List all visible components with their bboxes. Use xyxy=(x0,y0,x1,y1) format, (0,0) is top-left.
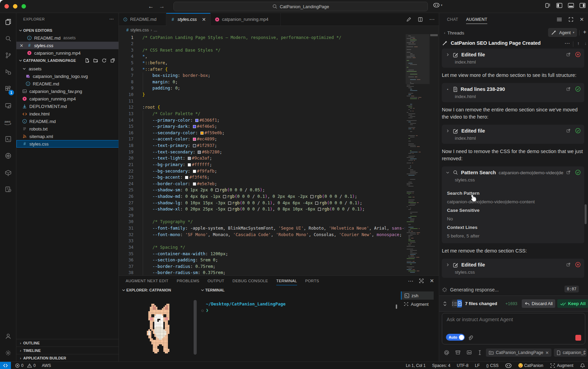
chat-scroll-area[interactable]: Edited fileindex.htmlLet me view more of… xyxy=(439,48,588,296)
activity-bar-accounts[interactable] xyxy=(0,328,16,344)
back-arrow-icon[interactable]: ← xyxy=(147,2,155,11)
open-editors-header[interactable]: OPEN EDITORS xyxy=(16,27,119,34)
tree-item-catpanion_landing_logo.svg[interactable]: catpanion_landing_logo.svg xyxy=(16,72,119,80)
customize-layout-icon[interactable] xyxy=(545,2,551,9)
panel-tab-terminal[interactable]: TERMINAL xyxy=(272,276,301,286)
chevron-icon[interactable] xyxy=(445,263,450,267)
attachment-icon[interactable] xyxy=(467,335,473,341)
sidebar-section-application-builder[interactable]: ›APPLICATION BUILDER xyxy=(16,354,119,361)
remote-indicator[interactable] xyxy=(0,362,11,369)
tool-card-read-lines-238-290[interactable]: •Read lines 238-290index.html xyxy=(442,83,584,102)
tree-item-sitemap.xml[interactable]: sitemap.xml xyxy=(16,133,119,140)
minimap-slider[interactable] xyxy=(406,34,430,84)
tool-card-edited-file[interactable]: Edited fileindex.html xyxy=(442,49,584,68)
open-external-icon[interactable] xyxy=(566,52,571,57)
tab-catpanion_running.mp4[interactable]: catpanion_running.mp4 xyxy=(211,13,281,26)
open-editor-styles.css[interactable]: ✕#styles.css xyxy=(16,42,119,49)
chat-panel-tab-chat[interactable]: CHAT xyxy=(447,13,458,26)
tree-item-catpanion_running.mp4[interactable]: catpanion_running.mp4 xyxy=(16,95,119,102)
maximize-panel-icon[interactable] xyxy=(419,278,424,284)
context-chip-CatPanion_LandingPage[interactable]: CatPanion_LandingPage✕ xyxy=(486,348,551,357)
explorer-more-actions-icon[interactable]: ⋯ xyxy=(109,16,114,22)
sidebar-section-timeline[interactable]: ›TIMELINE xyxy=(16,346,119,354)
thread-header[interactable]: CatPanion SEO Landing Page Created ⋯ ↑ ↓ xyxy=(439,38,588,48)
panel-view-explorer-header[interactable]: EXPLORER: CATPANION xyxy=(121,286,171,294)
editor-more-actions-icon[interactable]: ⋯ xyxy=(429,16,435,23)
new-file-icon[interactable] xyxy=(84,58,90,63)
remove-chip-icon[interactable]: ✕ xyxy=(545,350,549,355)
close-tab-icon[interactable]: ✕ xyxy=(202,17,206,22)
open-external-icon[interactable] xyxy=(566,128,571,133)
panel-tab-output[interactable]: OUTPUT xyxy=(204,276,228,286)
activity-bar-kubernetes[interactable] xyxy=(0,148,16,164)
status-copilot[interactable] xyxy=(505,363,512,368)
new-thread-icon[interactable]: + xyxy=(583,29,586,35)
panel-tab-problems[interactable]: PROBLEMS xyxy=(172,276,203,286)
status-notifications[interactable] xyxy=(580,363,585,368)
close-icon[interactable]: ✕ xyxy=(20,43,24,48)
mention-icon[interactable] xyxy=(444,350,449,355)
panel-tab-augment-next-edit[interactable]: AUGMENT NEXT EDIT xyxy=(122,276,172,286)
copilot-menu[interactable]: ▾ xyxy=(433,2,443,8)
open-external-icon[interactable] xyxy=(566,87,571,91)
status-encoding[interactable]: UTF-8 xyxy=(457,363,468,368)
catpanion-view-scrollbar[interactable] xyxy=(194,300,197,355)
editor-scrollbar-thumb[interactable] xyxy=(430,34,438,36)
activity-bar-run-debug[interactable] xyxy=(0,64,16,80)
status-indentation[interactable]: Spaces: 4 xyxy=(432,363,450,368)
tool-card-edited-file[interactable]: Edited filestyles.css xyxy=(442,259,584,278)
terminal-scrollbar[interactable] xyxy=(396,304,397,309)
agent-mode-button[interactable]: Agent ▾ xyxy=(548,28,577,37)
status-augment[interactable]: Augment xyxy=(550,363,573,368)
chevron-icon[interactable] xyxy=(445,170,450,175)
minimap[interactable] xyxy=(406,34,430,275)
chevron-icon[interactable] xyxy=(445,53,450,57)
terminal-tab-Augment[interactable]: Augment xyxy=(401,300,434,308)
tab-README.md[interactable]: README.md xyxy=(119,13,166,26)
tree-item-assets[interactable]: assets xyxy=(16,65,119,72)
inline-chat-icon[interactable] xyxy=(406,17,411,22)
close-window-button[interactable] xyxy=(4,4,9,9)
changes-list-icon[interactable] xyxy=(452,300,457,308)
tree-item-README.md[interactable]: README.md xyxy=(16,80,119,87)
changed-files-icon[interactable] xyxy=(457,300,462,308)
toggle-secondary-sidebar-icon[interactable] xyxy=(579,2,586,9)
activity-bar-search[interactable] xyxy=(0,30,16,47)
tree-item-styles.css[interactable]: #styles.css xyxy=(16,140,119,148)
problems-status[interactable]: 0 0 xyxy=(15,363,36,368)
code-editor[interactable]: 1/* CatPanion Landing Page Styles — Mode… xyxy=(119,34,439,275)
panel-view-terminal-header[interactable]: TERMINAL xyxy=(200,286,225,294)
activity-bar-settings[interactable] xyxy=(0,345,16,361)
discard-all-button[interactable]: Discard All xyxy=(522,299,555,308)
menu-icon[interactable] xyxy=(556,17,562,22)
tab-styles.css[interactable]: #styles.css✕ xyxy=(166,13,211,26)
panel-tab-debug-console[interactable]: DEBUG CONSOLE xyxy=(228,276,272,286)
tree-item-robots.txt[interactable]: robots.txt xyxy=(16,125,119,133)
agent-input-box[interactable]: Ask or instruct Augment Agent Auto xyxy=(442,313,585,344)
context-chip-catpanion_l[interactable]: catpanion_l xyxy=(554,348,587,357)
status-catpanion[interactable]: CatPanion xyxy=(518,363,543,368)
close-panel-icon[interactable]: ✕ xyxy=(430,278,434,284)
toggle-panel-icon[interactable] xyxy=(568,2,574,9)
auto-toggle[interactable]: Auto xyxy=(446,334,465,341)
scroll-up-icon[interactable]: ↑ xyxy=(577,41,580,46)
text-cursor-icon[interactable] xyxy=(478,350,482,355)
forward-arrow-icon[interactable]: → xyxy=(158,2,166,11)
chevron-icon[interactable] xyxy=(445,129,450,133)
activity-bar-codewhisperer[interactable] xyxy=(0,131,16,147)
swap-context-icon[interactable] xyxy=(583,350,587,355)
close-chat-icon[interactable]: ✕ xyxy=(579,16,584,23)
activity-bar-extensions[interactable]: 1 xyxy=(0,81,16,97)
activity-bar-source-control[interactable] xyxy=(0,47,16,64)
sidebar-section-outline[interactable]: ›OUTLINE xyxy=(16,339,119,346)
zoom-window-button[interactable] xyxy=(22,4,26,9)
split-editor-icon[interactable] xyxy=(418,17,423,22)
terminal-tab-zsh[interactable]: zsh xyxy=(401,291,434,300)
tree-item-index.html[interactable]: index.html xyxy=(16,110,119,118)
activity-bar-remote-explorer[interactable] xyxy=(0,97,16,114)
image-attach-icon[interactable] xyxy=(466,350,472,355)
open-editor-catpanion_running.mp4[interactable]: catpanion_running.mp4 xyxy=(16,49,119,57)
expand-icon[interactable] xyxy=(568,17,574,22)
status-cursor-position[interactable]: Ln 1, Col 1 xyxy=(406,363,425,368)
tool-card-pattern-search[interactable]: Pattern Searchcatpanion-demo|demo-video|… xyxy=(442,166,584,243)
